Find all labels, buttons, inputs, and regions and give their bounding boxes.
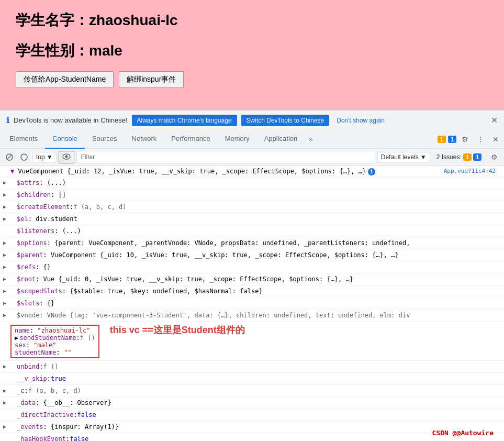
filter-input[interactable] xyxy=(76,151,375,163)
issues-warning-badge: 1 xyxy=(463,153,472,161)
expand-arrow[interactable]: ▶ xyxy=(3,386,6,395)
devtools-tab-bar: Elements Console Sources Network Perform… xyxy=(0,130,504,149)
pass-value-button[interactable]: 传值给App-StudentName xyxy=(16,71,114,88)
settings-button[interactable]: ⚙ xyxy=(458,134,472,145)
log-line: ▶ $root: Vue {_uid: 0, _isVue: true, __v… xyxy=(0,273,504,285)
ban-icon xyxy=(6,153,13,161)
more-options-button[interactable]: ⋮ xyxy=(474,134,487,145)
tab-performance[interactable]: Performance xyxy=(164,130,217,149)
comment-text: this vc ==这里是Student组件的 xyxy=(110,324,245,336)
log-levels-selector[interactable]: Default levels ▼ xyxy=(377,152,430,162)
log-line: _hasHookEvent: false xyxy=(0,433,504,442)
expand-arrow[interactable]: ▶ xyxy=(3,238,6,248)
log-line: ▶ unbind: f () xyxy=(0,361,504,373)
more-tabs-button[interactable]: » xyxy=(305,133,317,145)
log-line: ▶ $createElement: f (a, b, c, d) xyxy=(0,201,504,213)
source-link[interactable]: App.vue?11c4:42 xyxy=(444,168,496,174)
devtools-notification-bar: ℹ DevTools is now available in Chinese! … xyxy=(0,110,504,130)
eye-icon xyxy=(62,153,71,160)
expand-arrow[interactable]: ▶ xyxy=(3,311,6,320)
highlight-box: name: "zhaoshuai-lc" ▶ sendStudentName: … xyxy=(10,325,99,358)
expand-arrow[interactable]: ▶ xyxy=(3,178,6,188)
log-line: ▶ $attrs: (...) xyxy=(0,177,504,189)
vue-component-line: VueComponent {_uid: 12, _isVue: true, __… xyxy=(18,168,366,175)
vue-component-expand[interactable]: ▼ xyxy=(10,168,18,175)
expand-arrow[interactable]: ▶ xyxy=(3,362,6,371)
switch-devtools-button[interactable]: Switch DevTools to Chinese xyxy=(241,115,330,126)
log-line: ▶ $scopedSlots: {$stable: true, $key: un… xyxy=(0,285,504,297)
eye-button[interactable] xyxy=(59,151,74,163)
unbind-button[interactable]: 解绑inspur事件 xyxy=(119,71,184,88)
info-badge: 1 xyxy=(448,136,456,143)
log-line: ▶ $options: {parent: VueComponent, _pare… xyxy=(0,237,504,249)
context-dropdown-arrow: ▼ xyxy=(47,153,53,161)
tab-console[interactable]: Console xyxy=(45,130,85,149)
student-gender: 学生性别：male xyxy=(16,41,488,61)
log-line: ▶ $vnode: VNode {tag: 'vue-component-3-S… xyxy=(0,310,504,322)
student-name: 学生名字：zhaoshuai-lc xyxy=(16,10,488,30)
expand-arrow[interactable]: ▶ xyxy=(3,299,6,308)
console-toolbar: top ▼ Default levels ▼ 2 Issues: 1 1 ⚙ xyxy=(0,149,504,166)
expand-arrow[interactable]: ▶ xyxy=(3,190,6,200)
clear-console-button[interactable] xyxy=(3,152,16,162)
expand-arrow[interactable]: ▶ xyxy=(3,202,6,212)
tab-sources[interactable]: Sources xyxy=(85,130,125,149)
stop-button[interactable] xyxy=(18,152,30,162)
expand-arrow[interactable]: ▶ xyxy=(3,422,6,432)
expand-send-arrow[interactable]: ▶ xyxy=(15,334,18,341)
vue-component-info-icon: i xyxy=(368,168,375,175)
info-icon: ℹ xyxy=(6,116,9,125)
context-label: top xyxy=(36,153,45,161)
tab-memory[interactable]: Memory xyxy=(218,130,257,149)
log-line: ▶ _data: {__ob__: Observer} xyxy=(0,397,504,409)
highlighted-section: name: "zhaoshuai-lc" ▶ sendStudentName: … xyxy=(0,322,504,361)
log-line: ▶ $refs: {} xyxy=(0,261,504,273)
tab-application[interactable]: Application xyxy=(257,130,305,149)
issues-info-badge: 1 xyxy=(473,153,481,161)
expand-arrow[interactable]: ▶ xyxy=(3,262,6,272)
tab-right-controls: 1 1 ⚙ ⋮ ✕ xyxy=(438,134,502,145)
close-notification-button[interactable]: ✕ xyxy=(491,115,498,125)
console-output[interactable]: App.vue?11c4:42 ▼ VueComponent {_uid: 12… xyxy=(0,166,504,441)
csdn-watermark: CSDN @@Autowire xyxy=(432,429,494,437)
expand-arrow[interactable]: ▶ xyxy=(3,274,6,284)
log-line: ▶ _c: f (a, b, c, d) xyxy=(0,385,504,397)
warning-badge: 1 xyxy=(438,136,446,143)
expand-arrow[interactable]: ▶ xyxy=(3,214,6,224)
log-line: $listeners: (...) xyxy=(0,225,504,237)
svg-line-1 xyxy=(7,155,12,159)
log-line: ▶ $el: div.student xyxy=(0,213,504,225)
stop-icon xyxy=(20,153,28,161)
expand-arrow[interactable]: ▶ xyxy=(3,286,6,296)
tab-elements[interactable]: Elements xyxy=(2,130,45,149)
button-row: 传值给App-StudentName 解绑inspur事件 xyxy=(16,71,488,88)
page-content: 学生名字：zhaoshuai-lc 学生性别：male 传值给App-Stude… xyxy=(0,0,504,110)
log-line: ▶ _events: {inspur: Array(1)} xyxy=(0,421,504,433)
always-match-button[interactable]: Always match Chrome's language xyxy=(132,115,237,126)
log-line: _directInactive: false xyxy=(0,409,504,421)
tab-network[interactable]: Network xyxy=(125,130,164,149)
log-line: ▶ $children: [] xyxy=(0,189,504,201)
console-settings-button[interactable]: ⚙ xyxy=(488,151,501,163)
log-line: ▶ $parent: VueComponent {_uid: 10, _isVu… xyxy=(0,249,504,261)
log-line: ▶ $slots: {} xyxy=(0,297,504,310)
notify-text: DevTools is now available in Chinese! xyxy=(14,116,128,124)
close-devtools-button[interactable]: ✕ xyxy=(489,134,502,145)
issues-counter[interactable]: 2 Issues: 1 1 xyxy=(432,152,486,162)
svg-point-2 xyxy=(21,154,27,160)
levels-dropdown-arrow: ▼ xyxy=(420,153,427,161)
expand-arrow[interactable]: ▶ xyxy=(3,398,6,407)
expand-arrow[interactable]: ▶ xyxy=(3,250,6,260)
dont-show-again-button[interactable]: Don't show again xyxy=(333,115,388,126)
log-line: __v_skip: true xyxy=(0,373,504,385)
context-selector[interactable]: top ▼ xyxy=(32,152,57,162)
svg-point-4 xyxy=(65,155,68,158)
